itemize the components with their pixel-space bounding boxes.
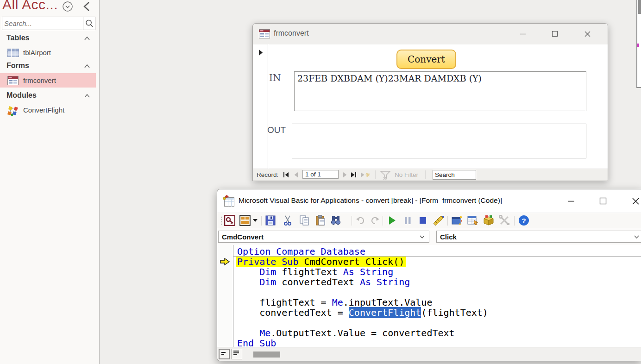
form-icon	[7, 76, 19, 85]
output-text-field[interactable]	[292, 124, 586, 158]
execution-point-arrow-icon	[220, 258, 230, 265]
vba-editor-window: Microsoft Visual Basic for Applications …	[217, 189, 641, 361]
background-window-scrollbar[interactable]	[636, 0, 641, 88]
sidebar-item-tblairport[interactable]: tblAirport	[0, 46, 96, 60]
input-text-field[interactable]: 23FEB DXBDAM (Y)23MAR DAMDXB (Y)	[294, 71, 586, 111]
out-label: OUT	[267, 125, 286, 135]
chevron-down-icon	[634, 235, 640, 239]
vba-maximize-button[interactable]	[596, 194, 610, 208]
find-icon[interactable]	[330, 215, 341, 226]
record-search-input[interactable]	[433, 170, 476, 180]
object-browser-icon[interactable]	[483, 215, 494, 226]
toolbar-separator	[447, 216, 448, 226]
project-explorer-icon[interactable]	[451, 215, 462, 226]
section-label: Tables	[6, 34, 30, 42]
nav-search-box	[2, 17, 95, 30]
first-record-icon[interactable]	[283, 172, 290, 178]
vba-close-button[interactable]	[628, 194, 641, 208]
undo-icon[interactable]	[355, 215, 366, 226]
no-filter-button[interactable]: No Filter	[395, 171, 418, 178]
toolbar-separator	[279, 216, 279, 226]
code-editor[interactable]: Option Compare DatabasePrivate Sub CmdCo…	[217, 245, 641, 347]
save-icon[interactable]	[265, 215, 276, 226]
code-lines[interactable]: Option Compare DatabasePrivate Sub CmdCo…	[237, 245, 641, 347]
record-position-box[interactable]: 1 of 1	[302, 170, 339, 179]
last-record-icon[interactable]	[351, 172, 358, 178]
view-access-icon[interactable]	[224, 215, 235, 226]
navigation-pane: All Acc... Tables	[0, 0, 100, 364]
code-line[interactable]: Private Sub CmdConvert_Click()	[237, 257, 641, 267]
vba-window-title: Microsoft Visual Basic for Applications …	[239, 196, 502, 205]
reset-icon[interactable]	[417, 215, 428, 226]
nav-item-label: ConvertFlight	[23, 106, 64, 114]
code-line[interactable]: convertedText = ConvertFlight(flightText…	[237, 308, 641, 318]
code-margin-indicator-bar[interactable]	[217, 245, 233, 347]
code-line[interactable]	[237, 318, 641, 328]
code-line[interactable]: Dim flightText As String	[237, 267, 641, 277]
copy-icon[interactable]	[299, 215, 310, 226]
nav-section-tables[interactable]: Tables	[0, 33, 99, 44]
record-selector-strip[interactable]	[253, 44, 268, 169]
code-line[interactable]: flightText = Me.inputText.Value	[237, 297, 641, 308]
vba-titlebar[interactable]: Microsoft Visual Basic for Applications …	[217, 189, 641, 213]
toolbar-separator	[514, 216, 515, 226]
record-navigation-bar: Record: 1 of 1	[253, 169, 608, 181]
code-line[interactable]	[237, 287, 641, 297]
nav-menu-circled-chevron-icon[interactable]	[62, 1, 73, 12]
object-dropdown[interactable]: CmdConvert	[218, 231, 429, 243]
nav-item-label: frmconvert	[23, 76, 56, 84]
new-record-icon[interactable]	[360, 172, 371, 178]
previous-record-icon[interactable]	[293, 172, 299, 178]
nav-item-label: tblAirport	[23, 49, 51, 56]
redo-icon[interactable]	[370, 215, 381, 226]
procedure-view-button[interactable]	[219, 349, 230, 359]
full-module-view-icon	[232, 349, 241, 358]
design-mode-icon[interactable]	[433, 215, 444, 226]
cut-icon[interactable]	[282, 215, 293, 226]
toolbar-separator	[261, 216, 262, 226]
table-icon	[7, 48, 19, 57]
paste-icon[interactable]	[315, 215, 326, 226]
convert-button[interactable]: Convert	[396, 50, 456, 69]
sidebar-item-frmconvert[interactable]: frmconvert	[0, 73, 96, 88]
search-button[interactable]	[83, 17, 95, 30]
procedure-dropdown[interactable]: Click	[436, 231, 641, 243]
current-record-arrow-icon	[259, 50, 263, 56]
minimize-button[interactable]	[515, 27, 530, 41]
code-line[interactable]: Dim convertedText As String	[237, 277, 641, 287]
break-icon[interactable]	[402, 215, 413, 226]
form-window-titlebar[interactable]: frmconvert	[253, 24, 608, 44]
section-label: Modules	[6, 91, 37, 100]
toolbar-grip[interactable]	[220, 216, 222, 226]
run-icon[interactable]	[386, 215, 397, 226]
form-window-title: frmconvert	[274, 29, 309, 38]
code-line[interactable]: Option Compare Database	[237, 246, 641, 257]
horizontal-scrollbar-thumb[interactable]	[253, 351, 280, 358]
full-module-view-button[interactable]	[231, 349, 242, 359]
screen: All Acc... Tables	[0, 0, 641, 364]
maximize-button[interactable]	[547, 27, 562, 41]
chevron-down-icon	[419, 235, 425, 239]
code-line[interactable]: Me.OutputText.Value = convertedText	[237, 328, 641, 338]
divider	[375, 170, 376, 179]
properties-window-icon[interactable]	[467, 215, 478, 226]
maximize-icon	[552, 31, 558, 37]
divider	[425, 170, 426, 179]
object-dropdown-value: CmdConvert	[222, 233, 264, 241]
nav-section-forms[interactable]: Forms	[0, 61, 99, 72]
sidebar-item-convertflight[interactable]: ConvertFlight	[0, 104, 96, 117]
shutter-bar-collapse-icon[interactable]	[82, 1, 92, 12]
vba-minimize-button[interactable]	[564, 194, 578, 208]
close-button[interactable]	[580, 27, 595, 41]
insert-userform-icon[interactable]	[239, 215, 251, 226]
next-record-icon[interactable]	[342, 172, 348, 178]
procedure-dropdown-value: Click	[440, 233, 457, 241]
nav-search-input[interactable]	[2, 18, 83, 29]
toolbox-icon[interactable]	[499, 215, 510, 226]
scrollbar-thumb[interactable]	[638, 0, 641, 14]
close-icon	[584, 31, 591, 38]
nav-section-modules[interactable]: Modules	[0, 91, 99, 102]
help-icon[interactable]: ?	[518, 215, 529, 226]
record-label: Record:	[257, 171, 278, 178]
vba-dropdown-row: CmdConvert Click	[217, 228, 641, 245]
